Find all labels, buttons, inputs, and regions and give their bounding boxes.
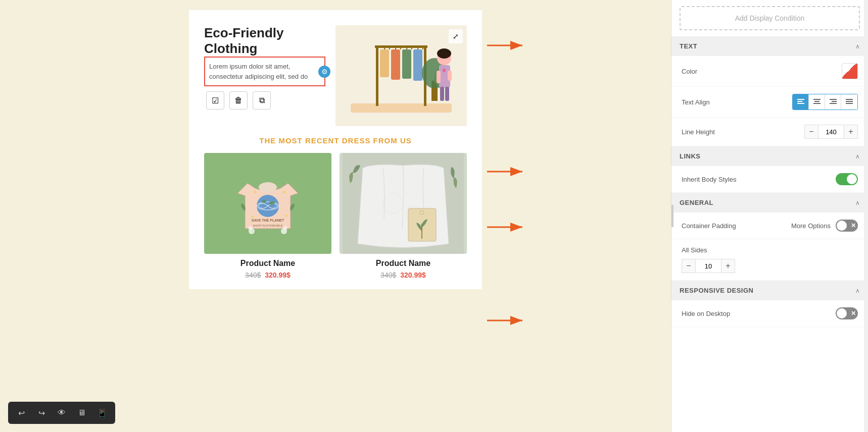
inherit-body-styles-row: Inherit Body Styles — [671, 166, 868, 193]
add-display-condition-button[interactable]: Add Display Condition — [680, 6, 860, 30]
svg-rect-42 — [797, 103, 804, 104]
hide-desktop-x-icon: ✕ — [851, 310, 856, 317]
svg-rect-44 — [814, 101, 819, 102]
copy-icon: ⧉ — [259, 96, 265, 105]
svg-rect-50 — [846, 101, 853, 102]
product2-sale-price: 320.99$ — [400, 271, 426, 279]
svg-point-20 — [259, 182, 277, 192]
undo-button[interactable]: ↩ — [14, 406, 28, 420]
responsive-section-label: RESPONSIVE DESIGN — [680, 287, 753, 294]
product2-svg — [340, 153, 467, 254]
container-padding-toggle[interactable]: ✕ — [836, 220, 858, 232]
responsive-section-header[interactable]: RESPONSIVE DESIGN ∧ — [671, 281, 868, 300]
product1-sale-price: 320.99$ — [265, 271, 291, 279]
svg-rect-5 — [380, 49, 389, 77]
text-toolbar: ☑ 🗑 ⧉ — [204, 91, 325, 110]
canvas-content: Eco-Friendly Clothing Lorem ipsum dolor … — [189, 10, 482, 289]
all-sides-increment[interactable]: + — [721, 259, 735, 273]
redo-button[interactable]: ↪ — [34, 406, 49, 420]
copy-button[interactable]: ⧉ — [253, 91, 271, 110]
svg-text:SAVE THE PLANET: SAVE THE PLANET — [252, 219, 284, 222]
svg-point-18 — [437, 48, 451, 59]
more-options-label: More Options — [791, 222, 831, 230]
align-left-button[interactable] — [793, 94, 809, 110]
svg-rect-15 — [448, 71, 452, 81]
panel-scrollbar[interactable] — [864, 0, 868, 432]
links-section-header[interactable]: LINKS ∧ — [671, 146, 868, 166]
all-sides-input[interactable] — [696, 259, 721, 273]
svg-rect-43 — [813, 99, 821, 100]
align-right-button[interactable] — [825, 94, 841, 110]
links-section-label: LINKS — [680, 152, 701, 160]
svg-rect-17 — [445, 87, 449, 101]
line-height-input[interactable] — [818, 125, 844, 139]
product1-original-price: 340$ — [245, 271, 261, 279]
all-sides-decrement[interactable]: − — [682, 259, 696, 273]
product2-prices: 340$ 320.99$ — [340, 271, 467, 279]
products-grid: ✦ ✦ ✦ ✦ SAVE THE PLANET SHOP SUSTAINABLE — [204, 153, 467, 279]
left-column: Eco-Friendly Clothing Lorem ipsum dolor … — [204, 25, 325, 110]
svg-rect-45 — [813, 103, 821, 104]
preview-button[interactable]: 👁 — [55, 406, 69, 420]
svg-rect-41 — [797, 101, 802, 102]
hide-desktop-knob — [837, 308, 847, 318]
svg-text:✦: ✦ — [253, 189, 258, 196]
mobile-view-button[interactable]: 📱 — [95, 406, 109, 420]
delete-button[interactable]: 🗑 — [229, 91, 248, 110]
svg-rect-6 — [391, 49, 400, 80]
line-height-increment[interactable]: + — [844, 125, 858, 139]
align-justify-button[interactable] — [841, 94, 857, 110]
all-sides-label: All Sides — [682, 246, 707, 254]
product1-prices: 340$ 320.99$ — [204, 271, 331, 279]
container-padding-controls: More Options ✕ — [791, 220, 858, 232]
all-sides-label-row: All Sides — [682, 246, 858, 254]
svg-rect-48 — [830, 103, 837, 104]
text-align-group — [792, 94, 858, 110]
svg-rect-51 — [846, 103, 853, 104]
text-section-header[interactable]: TEXT ∧ — [671, 36, 868, 56]
color-swatch[interactable] — [842, 63, 858, 79]
product-card-image-1: ✦ ✦ ✦ ✦ SAVE THE PLANET SHOP SUSTAINABLE — [204, 153, 331, 254]
line-height-label: Line Height — [682, 128, 715, 136]
text-edit-dot[interactable]: ⚙ — [318, 66, 330, 78]
product1-svg: ✦ ✦ ✦ ✦ SAVE THE PLANET SHOP SUSTAINABLE — [204, 153, 331, 254]
svg-rect-47 — [832, 101, 837, 102]
svg-rect-14 — [437, 71, 441, 83]
text-block-selected[interactable]: Lorem ipsum dolor sit amet, consectetur … — [204, 57, 325, 86]
add-display-condition-label: Add Display Condition — [735, 14, 805, 22]
svg-rect-40 — [797, 99, 804, 100]
svg-text:✦: ✦ — [284, 213, 288, 219]
product1-name: Product Name — [204, 259, 331, 268]
links-chevron-icon: ∧ — [855, 153, 860, 160]
svg-point-30 — [248, 226, 252, 230]
line-height-row: Line Height − + — [671, 118, 868, 146]
right-panel: › Add Display Condition TEXT ∧ Color Tex… — [671, 0, 868, 432]
general-chevron-icon: ∧ — [855, 199, 860, 206]
line-height-decrement[interactable]: − — [804, 125, 818, 139]
color-label: Color — [682, 68, 697, 75]
svg-point-32 — [283, 226, 287, 230]
container-padding-row: Container Padding More Options ✕ — [671, 212, 868, 239]
svg-rect-2 — [376, 45, 378, 106]
svg-rect-16 — [440, 87, 444, 101]
trash-icon: 🗑 — [234, 96, 243, 105]
panel-toggle-button[interactable]: › — [671, 205, 673, 227]
hide-desktop-toggle[interactable]: ✕ — [836, 307, 858, 319]
align-center-button[interactable] — [809, 94, 825, 110]
inherit-body-styles-toggle[interactable] — [836, 173, 858, 185]
canvas-wrapper: Eco-Friendly Clothing Lorem ipsum dolor … — [0, 0, 671, 432]
expand-button[interactable]: ⤢ — [449, 29, 463, 43]
responsive-chevron-icon: ∧ — [855, 287, 860, 294]
text-align-row: Text Align — [671, 87, 868, 118]
container-padding-knob — [837, 221, 847, 231]
product-card-1: ✦ ✦ ✦ ✦ SAVE THE PLANET SHOP SUSTAINABLE — [204, 153, 331, 279]
toggle-x-icon: ✕ — [851, 222, 856, 229]
desktop-view-button[interactable]: 🖥 — [75, 406, 89, 420]
general-section-header[interactable]: GENERAL ∧ — [671, 193, 868, 212]
product-card-image-2 — [340, 153, 467, 254]
hide-desktop-label: Hide on Desktop — [682, 310, 730, 317]
check-button[interactable]: ☑ — [206, 91, 224, 110]
section-heading: THE MOST RECENT DRESS FROM US — [204, 136, 467, 145]
svg-rect-1 — [351, 103, 452, 113]
text-chevron-icon: ∧ — [855, 43, 860, 50]
